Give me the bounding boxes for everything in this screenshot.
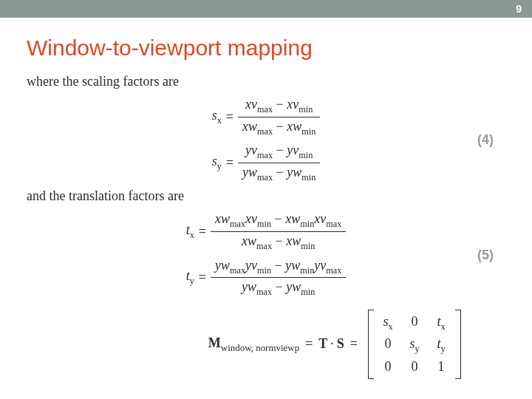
t: xv: [245, 97, 257, 112]
eq-sx: sx = xvmax − xvmin xwmax − xwmin: [212, 95, 321, 138]
dot-operator: ·: [330, 336, 334, 352]
t: −: [276, 233, 283, 248]
sy-sub: y: [217, 161, 222, 171]
matrix-M: M: [208, 335, 221, 350]
t: xv: [245, 211, 257, 226]
t: yw: [287, 165, 301, 180]
t: yv: [245, 258, 257, 273]
equation-number-5: (5): [477, 247, 494, 262]
slide-header-bar: 9: [0, 0, 532, 18]
t: yv: [245, 143, 257, 157]
m12: 0: [408, 314, 421, 332]
tx-fraction: xwmaxxvmin − xwminxvmax xwmax − xwmin: [211, 210, 346, 253]
t: min: [299, 104, 313, 115]
t: −: [276, 119, 284, 134]
eq-sy: sy = yvmax − yvmin ywmax − ywmin: [212, 141, 321, 184]
equation-number-4: (4): [477, 132, 494, 148]
slide-number: 9: [516, 3, 522, 15]
matrix-body: sx 0 tx 0 sy ty 0 0 1: [374, 310, 455, 379]
eq-ty: ty = ywmaxyvmin − ywminyvmax ywmax − ywm…: [186, 256, 347, 299]
t: min: [299, 150, 313, 160]
t: min: [257, 219, 271, 229]
equals-sign: =: [199, 270, 206, 285]
m22s: y: [415, 344, 419, 354]
matrix-T: T: [318, 336, 327, 352]
equals-sign: =: [350, 336, 358, 352]
t: max: [257, 104, 273, 115]
t: max: [230, 219, 245, 229]
equation-5: (5) tx = xwmaxxvmin − xwminxvmax xwmax −…: [27, 210, 505, 299]
matrix-M-sub: window, normviewp: [221, 341, 299, 352]
m31: 0: [381, 359, 395, 375]
t: min: [257, 265, 271, 275]
sy-symbol: s: [212, 154, 217, 168]
t: max: [256, 287, 272, 297]
ty-sub: y: [190, 276, 194, 286]
t: yv: [287, 143, 299, 157]
equals-sign: =: [226, 155, 233, 171]
m21: 0: [381, 336, 395, 355]
matrix-equation: Mwindow, normviewp = T · S = sx 0 tx 0 s…: [27, 310, 505, 379]
equation-4: (4) sx = xvmax − xvmin xwmax − xwmin sy …: [27, 95, 505, 184]
t: xv: [314, 211, 326, 226]
equals-sign: =: [199, 224, 206, 239]
m13s: x: [440, 321, 445, 331]
t: −: [275, 211, 282, 226]
t: max: [230, 265, 245, 275]
t: xw: [242, 233, 256, 248]
t: −: [276, 143, 284, 157]
t: max: [326, 265, 341, 275]
matrix-bracket: sx 0 tx 0 sy ty 0 0 1: [368, 310, 461, 379]
t: max: [257, 126, 273, 136]
ty-fraction: ywmaxyvmin − ywminyvmax ywmax − ywmin: [211, 256, 346, 299]
t: yw: [215, 258, 230, 273]
t: min: [301, 287, 315, 297]
matrix-S: S: [337, 336, 344, 352]
t: min: [301, 241, 315, 251]
t: xw: [242, 119, 257, 134]
scaling-intro-text: where the scaling factors are: [27, 74, 505, 89]
slide-body: Window-to-viewport mapping where the sca…: [0, 18, 532, 379]
sx-fraction: xvmax − xvmin xwmax − xwmin: [238, 95, 320, 138]
t: xw: [215, 211, 230, 226]
t: yw: [286, 279, 301, 294]
m32: 0: [408, 359, 421, 375]
m23s: y: [440, 344, 445, 354]
t: yw: [285, 258, 300, 273]
m11s: x: [388, 321, 392, 331]
t: max: [257, 171, 273, 182]
sx-sub: x: [217, 115, 222, 125]
t: max: [257, 150, 273, 160]
t: −: [276, 165, 284, 180]
m33: 1: [434, 359, 448, 375]
eq-tx: tx = xwmaxxvmin − xwminxvmax xwmax − xwm…: [186, 210, 347, 253]
translation-intro-text: and the translation factors are: [27, 188, 505, 204]
t: min: [300, 219, 314, 229]
t: max: [326, 219, 341, 229]
t: −: [275, 258, 282, 273]
tx-sub: x: [190, 230, 194, 240]
equation-4-rows: sx = xvmax − xvmin xwmax − xwmin sy = yv…: [27, 95, 505, 184]
slide-title: Window-to-viewport mapping: [27, 35, 505, 61]
t: yw: [242, 165, 257, 180]
t: −: [276, 279, 283, 294]
t: −: [276, 97, 284, 112]
t: xw: [287, 119, 301, 134]
sy-fraction: yvmax − yvmin ywmax − ywmin: [238, 141, 320, 184]
equals-sign: =: [226, 109, 233, 125]
t: xw: [286, 233, 301, 248]
t: min: [300, 265, 314, 275]
t: yw: [242, 279, 256, 294]
sx-symbol: s: [212, 108, 217, 123]
t: min: [301, 126, 316, 136]
t: xv: [287, 97, 299, 112]
equals-sign: =: [305, 336, 313, 352]
t: min: [301, 171, 316, 182]
t: yv: [314, 258, 326, 273]
equation-5-rows: tx = xwmaxxvmin − xwminxvmax xwmax − xwm…: [27, 210, 505, 299]
t: xw: [285, 211, 300, 226]
t: max: [256, 241, 272, 251]
